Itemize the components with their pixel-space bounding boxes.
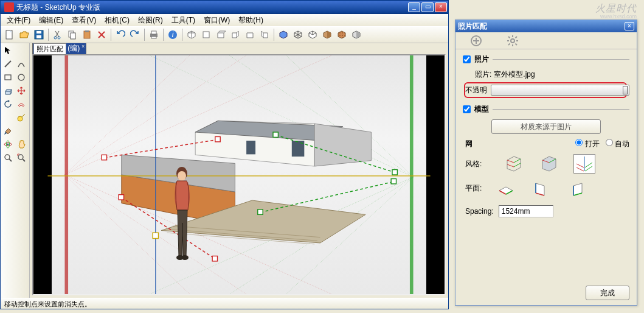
component-tool-icon[interactable] [15,165,27,177]
panel-close-icon[interactable]: × [625,22,634,30]
svg-rect-56 [392,170,397,175]
plane-label: 平面: [465,183,482,194]
menu-camera[interactable]: 相机(C) [101,14,133,27]
zoom-tool-icon[interactable] [2,152,14,164]
svg-text:i: i [172,30,174,39]
line-tool-icon[interactable] [2,58,14,70]
redo-icon[interactable] [128,28,142,41]
svg-point-62 [181,255,189,260]
undo-icon[interactable] [114,28,127,41]
arc-tool-icon[interactable] [15,58,27,70]
zoom-extents-icon[interactable] [15,152,27,164]
style-inside-icon[interactable] [503,154,525,174]
svg-point-25 [18,155,23,160]
svg-rect-50 [246,141,255,154]
svg-rect-58 [391,179,396,184]
scene-tab-close-icon[interactable]: × [81,43,85,49]
svg-rect-55 [273,132,278,137]
menu-tools[interactable]: 工具(T) [168,14,199,27]
minimize-button[interactable]: _ [408,2,420,12]
left-view-icon[interactable] [258,28,271,41]
rotate-tool-icon[interactable] [2,98,14,110]
shaded-style-icon[interactable] [320,28,334,41]
dimension-tool-icon[interactable] [2,178,14,191]
opacity-slider[interactable] [491,85,629,96]
menu-draw[interactable]: 绘图(R) [134,14,167,27]
photo-visible-checkbox[interactable] [463,55,471,63]
xray-style-icon[interactable] [277,28,290,41]
close-button[interactable]: × [435,2,447,12]
grid-auto-text: 自动 [615,139,629,148]
grid-on-radio-label[interactable]: 打开 [575,139,599,149]
panel-titlebar[interactable]: 照片匹配 × [455,20,637,32]
offset-tool-icon[interactable] [15,98,27,110]
spacing-label: Spacing: [465,207,494,216]
settings-gear-icon[interactable] [507,35,519,47]
open-file-icon[interactable] [18,28,31,41]
pushpull-tool-icon[interactable] [2,85,14,97]
grid-auto-radio-label[interactable]: 自动 [606,139,629,149]
front-view-icon[interactable] [214,28,227,41]
menu-view[interactable]: 查看(V) [68,14,100,27]
move-tool-icon[interactable] [15,85,27,97]
svg-rect-51 [102,155,106,160]
grid-section-label: 网 [465,139,473,149]
opacity-slider-thumb[interactable] [623,86,628,94]
section-tool-icon[interactable] [2,165,14,177]
opacity-row: 不透明 [463,85,629,96]
menu-edit[interactable]: 编辑(E) [35,14,67,27]
style-outside-icon[interactable] [573,154,595,174]
pan-tool-icon[interactable] [15,138,27,150]
svg-point-24 [5,155,10,160]
svg-rect-18 [5,75,11,80]
back-view-icon[interactable] [243,28,257,41]
menu-help[interactable]: 帮助(H) [235,14,267,27]
sketchup-main-window: 无标题 - SketchUp 专业版 _ ▭ × 文件(F) 编辑(E) 查看(… [0,0,449,309]
viewport[interactable] [32,54,446,295]
maximize-button[interactable]: ▭ [421,2,434,12]
menu-file[interactable]: 文件(F) [3,14,34,27]
erase-tool-icon[interactable] [15,44,27,57]
circle-tool-icon[interactable] [15,71,27,83]
plane-xz-icon[interactable] [530,178,552,198]
grid-on-radio[interactable] [575,139,583,146]
shaded-tex-style-icon[interactable] [335,28,348,41]
scale-tool-icon[interactable] [2,111,14,124]
delete-icon[interactable] [95,28,108,41]
grid-auto-radio[interactable] [606,139,613,146]
menu-window[interactable]: 窗口(W) [200,14,234,27]
select-tool-icon[interactable] [2,44,14,57]
cut-icon[interactable] [51,28,64,41]
photo-name-value: 室外模型.jpg [494,69,535,80]
project-textures-button[interactable]: 材质来源于图片 [491,119,601,134]
orbit-tool-icon[interactable] [2,138,14,150]
save-icon[interactable] [32,28,46,41]
new-file-icon[interactable] [3,28,16,41]
match-photo-label: 照片匹配 [33,43,66,55]
add-photo-icon[interactable] [470,35,482,47]
model-visible-checkbox[interactable] [463,105,471,113]
model-info-icon[interactable]: i [166,28,179,41]
hidden-line-style-icon[interactable] [306,28,319,41]
rectangle-tool-icon[interactable] [2,71,14,83]
iso-view-icon[interactable] [185,28,198,41]
paste-icon[interactable] [80,28,94,41]
plane-xy-icon[interactable] [495,178,517,198]
wireframe-style-icon[interactable] [291,28,305,41]
walk-tool-icon[interactable] [15,178,27,191]
svg-line-72 [508,43,510,45]
mono-style-icon[interactable] [350,28,363,41]
style-above-icon[interactable] [538,154,560,174]
text-tool-icon[interactable] [15,125,27,137]
top-view-icon[interactable] [199,28,213,41]
scene-tabs: 室外模型 (编) × [30,43,448,54]
svg-line-69 [508,37,510,38]
right-view-icon[interactable] [229,28,242,41]
print-icon[interactable] [147,28,161,41]
tape-tool-icon[interactable] [15,111,27,124]
paint-tool-icon[interactable] [2,125,14,137]
done-button[interactable]: 完成 [586,286,629,300]
plane-yz-icon[interactable] [566,178,587,198]
copy-icon[interactable] [66,28,79,41]
spacing-input[interactable] [499,205,553,217]
